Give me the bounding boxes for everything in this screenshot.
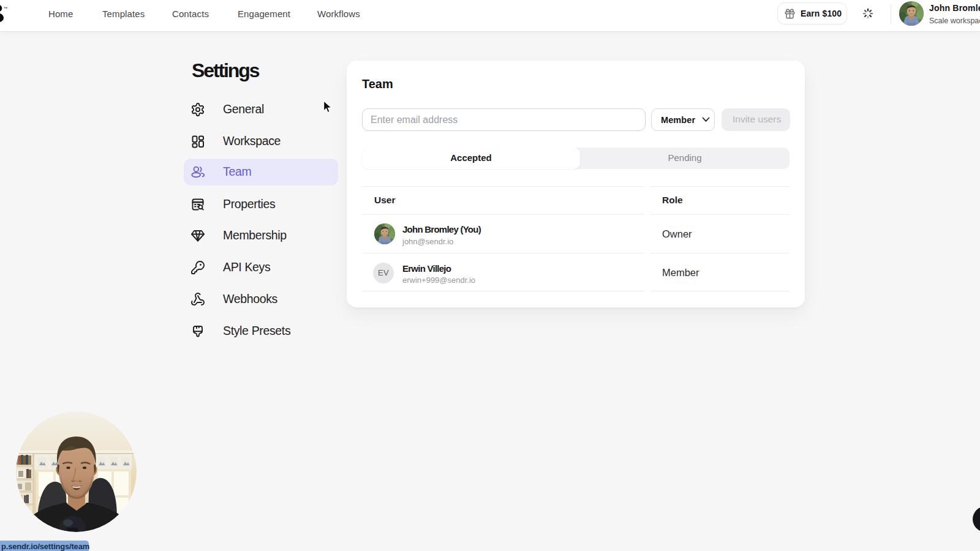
svg-text:™: ™ [4, 6, 8, 10]
